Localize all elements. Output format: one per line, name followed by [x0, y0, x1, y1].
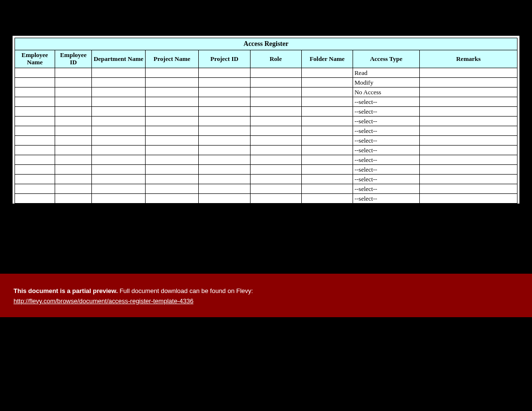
cell-project-id[interactable] — [199, 146, 250, 155]
cell-project-id[interactable] — [199, 68, 250, 78]
cell-role[interactable] — [250, 175, 301, 184]
cell-folder-name[interactable] — [301, 117, 353, 126]
cell-employee-name[interactable] — [15, 88, 55, 97]
cell-project-id[interactable] — [199, 165, 250, 175]
cell-department-name[interactable] — [92, 97, 145, 107]
cell-project-id[interactable] — [199, 107, 250, 117]
cell-employee-name[interactable] — [15, 165, 55, 175]
cell-employee-name[interactable] — [15, 107, 55, 117]
cell-department-name[interactable] — [92, 136, 145, 146]
cell-folder-name[interactable] — [301, 107, 353, 117]
cell-employee-id[interactable] — [55, 117, 91, 126]
cell-role[interactable] — [250, 88, 301, 97]
cell-department-name[interactable] — [92, 88, 145, 97]
cell-remarks[interactable] — [420, 184, 517, 194]
cell-project-id[interactable] — [199, 78, 250, 88]
cell-project-id[interactable] — [199, 175, 250, 184]
cell-employee-name[interactable] — [15, 155, 55, 165]
cell-employee-id[interactable] — [55, 184, 91, 194]
cell-department-name[interactable] — [92, 184, 145, 194]
cell-remarks[interactable] — [420, 88, 517, 97]
cell-access-type[interactable]: --select-- — [353, 184, 419, 194]
cell-role[interactable] — [250, 146, 301, 155]
cell-role[interactable] — [250, 126, 301, 136]
cell-department-name[interactable] — [92, 175, 145, 184]
cell-access-type[interactable]: --select-- — [353, 165, 419, 175]
cell-project-id[interactable] — [199, 97, 250, 107]
cell-remarks[interactable] — [420, 165, 517, 175]
cell-folder-name[interactable] — [301, 155, 353, 165]
cell-remarks[interactable] — [420, 136, 517, 146]
cell-department-name[interactable] — [92, 68, 145, 78]
cell-employee-id[interactable] — [55, 165, 91, 175]
cell-remarks[interactable] — [420, 97, 517, 107]
cell-project-name[interactable] — [145, 194, 198, 204]
cell-folder-name[interactable] — [301, 136, 353, 146]
cell-folder-name[interactable] — [301, 194, 353, 204]
cell-access-type[interactable]: --select-- — [353, 146, 419, 155]
cell-folder-name[interactable] — [301, 146, 353, 155]
cell-access-type[interactable]: --select-- — [353, 136, 419, 146]
cell-project-id[interactable] — [199, 88, 250, 97]
cell-employee-name[interactable] — [15, 194, 55, 204]
cell-employee-id[interactable] — [55, 155, 91, 165]
cell-department-name[interactable] — [92, 117, 145, 126]
cell-role[interactable] — [250, 78, 301, 88]
cell-employee-id[interactable] — [55, 88, 91, 97]
cell-employee-name[interactable] — [15, 184, 55, 194]
cell-folder-name[interactable] — [301, 97, 353, 107]
cell-project-name[interactable] — [145, 136, 198, 146]
cell-department-name[interactable] — [92, 165, 145, 175]
cell-project-id[interactable] — [199, 155, 250, 165]
cell-remarks[interactable] — [420, 175, 517, 184]
cell-project-name[interactable] — [145, 97, 198, 107]
banner-link[interactable]: http://flevy.com/browse/document/access-… — [14, 297, 193, 305]
cell-employee-name[interactable] — [15, 97, 55, 107]
cell-role[interactable] — [250, 194, 301, 204]
cell-role[interactable] — [250, 136, 301, 146]
cell-project-name[interactable] — [145, 126, 198, 136]
cell-project-id[interactable] — [199, 136, 250, 146]
cell-employee-name[interactable] — [15, 146, 55, 155]
cell-access-type[interactable]: --select-- — [353, 194, 419, 204]
cell-employee-id[interactable] — [55, 97, 91, 107]
cell-project-name[interactable] — [145, 146, 198, 155]
cell-folder-name[interactable] — [301, 175, 353, 184]
cell-access-type[interactable]: --select-- — [353, 117, 419, 126]
cell-folder-name[interactable] — [301, 88, 353, 97]
cell-remarks[interactable] — [420, 155, 517, 165]
cell-role[interactable] — [250, 184, 301, 194]
cell-role[interactable] — [250, 68, 301, 78]
cell-folder-name[interactable] — [301, 165, 353, 175]
cell-access-type[interactable]: Read — [353, 68, 419, 78]
cell-employee-name[interactable] — [15, 136, 55, 146]
cell-employee-name[interactable] — [15, 117, 55, 126]
cell-remarks[interactable] — [420, 146, 517, 155]
cell-remarks[interactable] — [420, 126, 517, 136]
cell-access-type[interactable]: Modify — [353, 78, 419, 88]
cell-role[interactable] — [250, 107, 301, 117]
cell-project-name[interactable] — [145, 107, 198, 117]
cell-access-type[interactable]: --select-- — [353, 155, 419, 165]
cell-employee-id[interactable] — [55, 78, 91, 88]
cell-employee-id[interactable] — [55, 146, 91, 155]
cell-role[interactable] — [250, 165, 301, 175]
cell-project-id[interactable] — [199, 117, 250, 126]
cell-department-name[interactable] — [92, 107, 145, 117]
cell-project-id[interactable] — [199, 126, 250, 136]
cell-project-name[interactable] — [145, 68, 198, 78]
cell-role[interactable] — [250, 117, 301, 126]
cell-employee-name[interactable] — [15, 175, 55, 184]
cell-project-name[interactable] — [145, 165, 198, 175]
cell-project-name[interactable] — [145, 78, 198, 88]
cell-role[interactable] — [250, 97, 301, 107]
cell-access-type[interactable]: --select-- — [353, 97, 419, 107]
cell-department-name[interactable] — [92, 126, 145, 136]
cell-employee-name[interactable] — [15, 126, 55, 136]
cell-remarks[interactable] — [420, 78, 517, 88]
cell-employee-name[interactable] — [15, 78, 55, 88]
cell-project-name[interactable] — [145, 88, 198, 97]
cell-employee-id[interactable] — [55, 194, 91, 204]
cell-remarks[interactable] — [420, 194, 517, 204]
cell-project-id[interactable] — [199, 184, 250, 194]
